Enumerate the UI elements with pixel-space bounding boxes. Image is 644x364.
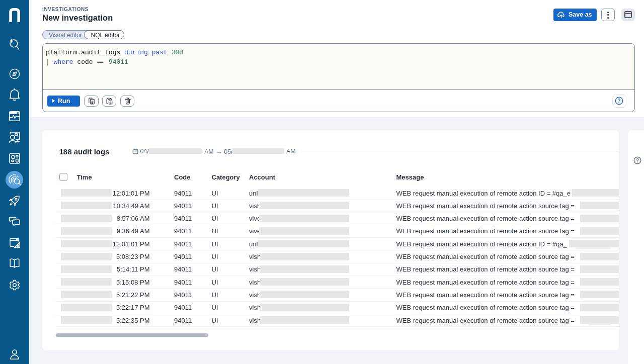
svg-text:?: ? — [636, 158, 639, 163]
svg-text:?: ? — [617, 98, 620, 104]
